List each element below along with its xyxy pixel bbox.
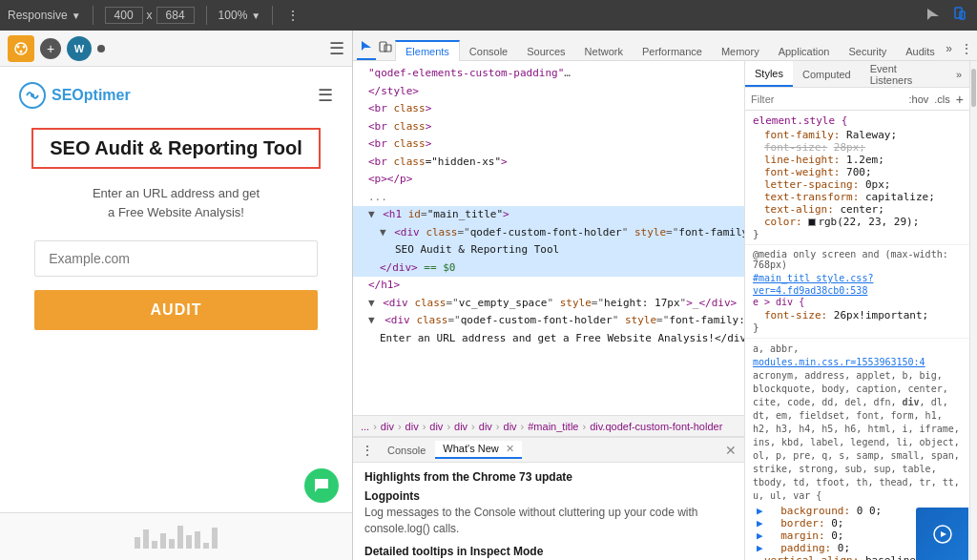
elem-line-h1[interactable]: ▼ <h1 id="main_title"> (353, 206, 744, 224)
arrow-icon-2[interactable]: ▶ (757, 517, 763, 529)
audit-button[interactable]: AUDIT (34, 290, 318, 330)
tab-application[interactable]: Application (769, 40, 840, 61)
modules-selector-text: a, abbr, modules.min.css.r=1553963150:4 … (753, 342, 962, 503)
scrollbar-thumb[interactable] (971, 69, 976, 107)
bar-6 (177, 526, 183, 549)
tab-security[interactable]: Security (839, 40, 896, 61)
bar-5 (169, 539, 175, 549)
elem-line: <br class="hidden-xs"> (353, 154, 744, 172)
play-icon (933, 525, 952, 544)
elem-line-div-close[interactable]: </div> == $0 (353, 259, 744, 278)
devtools-scrollbar[interactable] (969, 61, 977, 560)
tab-performance[interactable]: Performance (633, 40, 712, 61)
bc-div3[interactable]: div (429, 421, 443, 432)
logpoints-text: Log messages to the Console without clut… (364, 505, 733, 537)
separator-2 (206, 6, 207, 25)
tab-network[interactable]: Network (575, 40, 633, 61)
devtools-settings-icon[interactable]: ⋮ (960, 41, 973, 56)
device-toggle-icon[interactable] (376, 33, 395, 60)
tab-memory[interactable]: Memory (712, 40, 769, 61)
add-icon[interactable]: + (40, 38, 61, 59)
bc-dots[interactable]: ... (361, 421, 369, 432)
style-prop-letter-spacing: letter-spacing: 0px; (753, 178, 962, 191)
responsive-section: Responsive ▼ (8, 9, 81, 22)
svg-point-4 (23, 45, 26, 48)
more-button[interactable]: ⋮ (284, 6, 301, 25)
style-prop-font-weight: font-weight: 700; (753, 166, 962, 178)
hero-title: SEO Audit & Reporting Tool (50, 137, 301, 158)
tab-audits[interactable]: Audits (896, 40, 945, 61)
highlights-title: Highlights from the Chrome 73 update (364, 470, 733, 484)
tab-console[interactable]: Console (460, 40, 517, 61)
seoptimer-logo-icon (19, 82, 46, 109)
svg-rect-0 (955, 8, 962, 18)
url-input[interactable] (34, 240, 318, 277)
bc-div6[interactable]: div (504, 421, 517, 432)
arrow-icon-3[interactable]: ▶ (757, 529, 763, 542)
svg-point-5 (20, 50, 23, 52)
console-dots[interactable]: ⋮ (361, 443, 374, 458)
elem-line-h1-close: </h1> (353, 277, 744, 295)
tab-styles[interactable]: Styles (745, 61, 793, 87)
bar-9 (203, 543, 209, 549)
palette-icon[interactable] (8, 35, 34, 62)
browser-nav: + W ☰ (0, 31, 352, 67)
tab-computed[interactable]: Computed (793, 61, 861, 87)
tab-sources[interactable]: Sources (517, 40, 574, 61)
style-rule-link[interactable]: #main_titl style.css?ver=4.fd9ad38cb0:53… (753, 272, 962, 297)
filter-bar: :hov .cls + (745, 88, 969, 111)
devtools-panel: Elements Console Sources Network Perform… (353, 31, 977, 560)
tab-whats-new[interactable]: What's New ✕ (435, 441, 521, 459)
style-brace-close: } (753, 228, 962, 240)
inspect-cursor-icon[interactable] (357, 33, 376, 60)
hero-title-box: SEO Audit & Reporting Tool (31, 128, 321, 169)
close-all-button[interactable]: ✕ (725, 443, 737, 458)
filter-add[interactable]: + (956, 92, 964, 107)
bc-qodef[interactable]: div.qodef-custom-font-holder (590, 421, 722, 432)
bc-div2[interactable]: div (405, 421, 419, 432)
elem-line-vc[interactable]: ▼ <div class="vc_empty_space" style="hei… (353, 295, 744, 313)
close-whats-new[interactable]: ✕ (506, 443, 514, 454)
arrow-icon-4[interactable]: ▶ (757, 542, 763, 554)
height-input[interactable] (156, 7, 195, 24)
device-icon[interactable] (950, 5, 969, 27)
hamburger-menu[interactable]: ☰ (318, 85, 333, 106)
color-swatch[interactable] (808, 218, 816, 226)
devtools-toolbar-right (924, 5, 969, 27)
more-styles-icon[interactable]: » (956, 69, 962, 80)
video-thumbnail[interactable] (916, 508, 968, 560)
tab-console-bottom[interactable]: Console (380, 443, 433, 458)
devtools-main: "qodef-elements-custom-padding"… </style… (353, 61, 977, 560)
bc-div5[interactable]: div (479, 421, 492, 432)
filter-hov[interactable]: :hov (909, 93, 929, 105)
bc-div4[interactable]: div (454, 421, 468, 432)
filter-input[interactable] (751, 93, 904, 105)
more-tabs-icon[interactable]: » (946, 42, 952, 55)
inspect-icon[interactable] (924, 5, 943, 27)
width-input[interactable] (105, 7, 143, 24)
elem-line-div[interactable]: ▼ <div class="qodef-custom-font-holder" … (353, 224, 744, 242)
responsive-label: Responsive (8, 9, 68, 22)
x-label: x (147, 9, 153, 22)
separator-3 (272, 6, 273, 25)
tab-elements[interactable]: Elements (395, 40, 460, 61)
bc-main-title[interactable]: #main_title (528, 421, 578, 432)
elements-content: "qodef-elements-custom-padding"… </style… (353, 61, 744, 415)
elem-line: <br class> (353, 118, 744, 136)
site-header: SEOptimer ☰ (15, 82, 337, 109)
elem-line: <br class> (353, 135, 744, 154)
svg-rect-9 (385, 45, 391, 52)
styles-tabs: Styles Computed Event Listeners » (745, 61, 969, 88)
elem-line-subtitle: Enter an URL address and get a Free Webs… (353, 330, 744, 348)
tab-event-listeners[interactable]: Event Listeners (861, 61, 948, 87)
console-tabs: ⋮ Console What's New ✕ ✕ (353, 438, 744, 463)
elem-line-font-holder[interactable]: ▼ <div class="qodef-custom-font-holder" … (353, 312, 744, 330)
menu-icon[interactable]: ☰ (329, 38, 344, 59)
modules-link[interactable]: modules.min.css.r=1553963150:4 (753, 357, 925, 367)
bc-div1[interactable]: div (381, 421, 394, 432)
elem-line: <p></p> (353, 171, 744, 189)
chat-bubble[interactable] (304, 468, 339, 503)
separator-1 (93, 6, 94, 25)
filter-cls[interactable]: .cls (934, 93, 950, 105)
arrow-icon[interactable]: ▶ (757, 505, 763, 517)
